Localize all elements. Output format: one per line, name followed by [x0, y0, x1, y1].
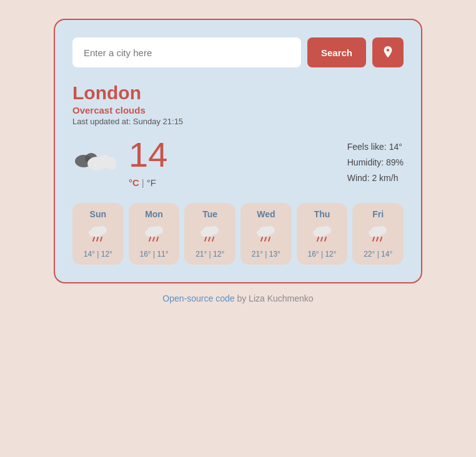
svg-line-38 — [373, 237, 374, 241]
weather-card: Search London Overcast clouds Last updat… — [54, 19, 422, 283]
footer: Open-source code by Liza Kuchmenko — [162, 293, 313, 303]
humidity: Humidity: 89% — [347, 155, 404, 170]
unit-separator: | — [142, 177, 144, 188]
svg-point-31 — [313, 229, 322, 237]
forecast-day-label: Mon — [145, 209, 163, 219]
feels-like: Feels like: 14° — [347, 139, 404, 155]
forecast-card: Fri 22° | 14° — [352, 203, 404, 265]
svg-point-12 — [153, 226, 163, 235]
forecast-card: Sun 14° | 12° — [72, 203, 124, 265]
svg-line-9 — [97, 237, 98, 241]
forecast-card: Mon 16° | 11° — [129, 203, 180, 265]
svg-line-14 — [149, 237, 151, 241]
footer-author: by Liza Kuchmenko — [235, 293, 314, 303]
svg-line-15 — [153, 237, 154, 241]
location-icon — [382, 46, 394, 59]
svg-line-28 — [269, 237, 270, 241]
forecast-temps: 21° | 12° — [196, 250, 224, 258]
forecast-weather-icon — [199, 223, 221, 246]
city-name: London — [72, 82, 404, 104]
weather-details: Feels like: 14° Humidity: 89% Wind: 2 km… — [347, 139, 404, 187]
forecast-temps: 16° | 11° — [139, 250, 168, 258]
svg-point-24 — [265, 226, 275, 235]
svg-point-30 — [321, 226, 331, 235]
svg-line-20 — [205, 237, 206, 241]
current-weather: 14 °C | °F Feels like: 14° Humidity: 89%… — [72, 137, 404, 188]
svg-line-8 — [93, 237, 94, 241]
svg-point-6 — [97, 226, 107, 235]
forecast-weather-icon — [87, 223, 109, 246]
svg-line-22 — [212, 237, 214, 241]
forecast-temps: 21° | 13° — [252, 250, 280, 258]
wind: Wind: 2 km/h — [347, 170, 404, 186]
svg-point-18 — [209, 226, 219, 235]
svg-point-37 — [369, 229, 377, 237]
location-button[interactable] — [372, 37, 404, 67]
svg-point-25 — [257, 229, 265, 237]
forecast-row: Sun 14° | 12° Mon 16° | 11° Tue — [72, 203, 404, 265]
forecast-weather-icon — [311, 223, 334, 246]
svg-line-39 — [377, 237, 378, 241]
svg-line-40 — [380, 237, 382, 241]
forecast-card: Wed 21° | 13° — [240, 203, 292, 265]
forecast-weather-icon — [255, 223, 277, 246]
search-button[interactable]: Search — [307, 37, 366, 67]
forecast-temps: 14° | 12° — [84, 250, 112, 258]
weather-description: Overcast clouds — [72, 105, 404, 115]
forecast-day-label: Thu — [314, 209, 330, 219]
svg-point-36 — [377, 226, 387, 235]
forecast-day-label: Fri — [372, 209, 384, 219]
svg-line-16 — [157, 237, 158, 241]
svg-point-13 — [145, 229, 154, 237]
celsius-unit[interactable]: °C — [129, 177, 139, 188]
svg-line-10 — [101, 237, 102, 241]
unit-toggle[interactable]: °C | °F — [129, 177, 167, 188]
forecast-day-label: Wed — [257, 209, 275, 219]
forecast-day-label: Tue — [202, 209, 217, 219]
svg-line-32 — [317, 237, 319, 241]
temperature-value: 14 — [129, 137, 167, 172]
svg-point-19 — [201, 229, 209, 237]
forecast-weather-icon — [367, 223, 389, 246]
open-source-link[interactable]: Open-source code — [162, 293, 234, 303]
forecast-weather-icon — [143, 223, 166, 246]
svg-point-7 — [89, 229, 97, 237]
temperature-block: 14 °C | °F — [129, 137, 167, 188]
svg-line-33 — [321, 237, 322, 241]
main-weather-icon — [72, 145, 116, 180]
fahrenheit-unit[interactable]: °F — [147, 177, 156, 188]
search-row: Search — [72, 37, 404, 67]
svg-line-34 — [325, 237, 326, 241]
last-updated: Last updated at: Sunday 21:15 — [72, 117, 404, 126]
city-search-input[interactable] — [72, 37, 301, 67]
forecast-card: Thu 16° | 12° — [297, 203, 348, 265]
forecast-day-label: Sun — [90, 209, 106, 219]
forecast-temps: 22° | 14° — [364, 250, 392, 258]
forecast-temps: 16° | 12° — [307, 250, 336, 258]
svg-line-21 — [209, 237, 210, 241]
forecast-card: Tue 21° | 12° — [184, 203, 236, 265]
svg-line-26 — [261, 237, 262, 241]
svg-line-27 — [265, 237, 266, 241]
